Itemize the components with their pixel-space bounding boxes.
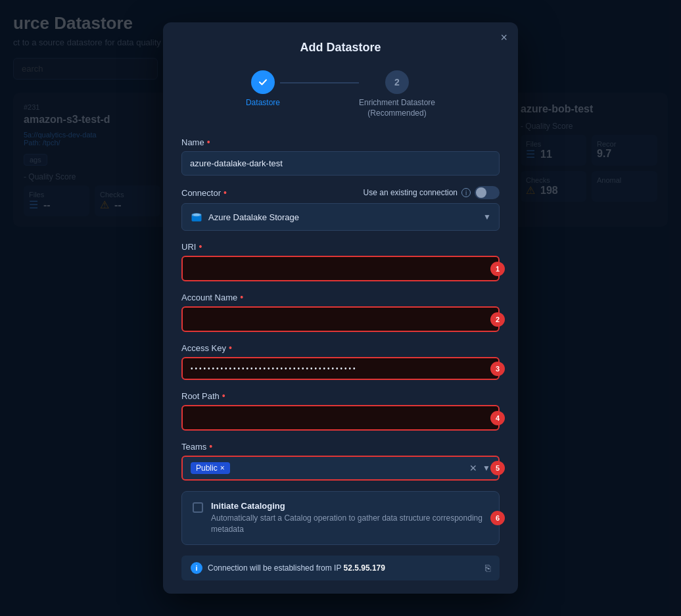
uri-badge: 1 (490, 262, 505, 276)
connector-value: Azure Datalake Storage (208, 212, 299, 222)
footer-text: Connection will be established from IP 5… (208, 563, 385, 573)
catalog-content: Initiate Cataloging Automatically start … (211, 501, 488, 535)
uri-input[interactable] (181, 256, 500, 281)
step-1: Datastore (246, 70, 280, 108)
catalog-wrapper: Initiate Cataloging Automatically start … (181, 491, 500, 545)
account-name-input[interactable] (181, 306, 500, 332)
account-name-label: Account Name • (181, 292, 500, 302)
catalog-box: Initiate Cataloging Automatically start … (181, 491, 500, 545)
uri-label: URI • (181, 241, 500, 252)
azure-datalake-icon (190, 210, 203, 224)
chevron-down-icon: ▼ (483, 212, 491, 222)
account-name-required: • (240, 292, 243, 302)
root-path-input[interactable] (181, 405, 500, 431)
uri-group: URI • 1 (181, 241, 500, 281)
access-key-group: Access Key • 3 (181, 343, 500, 380)
step2-label: Enrichment Datastore (Recommended) (359, 98, 435, 118)
connector-label-row: Connector • (181, 187, 227, 198)
root-path-badge: 4 (490, 411, 505, 425)
svg-point-2 (193, 214, 200, 216)
catalog-badge: 6 (490, 511, 505, 525)
info-icon: i (461, 188, 471, 197)
teams-tag-remove[interactable]: × (220, 463, 225, 473)
teams-left: Public × (191, 462, 230, 474)
name-required: • (207, 137, 210, 147)
connector-row: Connector • Use an existing connection i (181, 186, 500, 199)
stepper: Datastore 2 Enrichment Datastore (Recomm… (181, 70, 500, 118)
existing-connection-label: Use an existing connection i (364, 186, 500, 199)
catalog-checkbox[interactable] (193, 502, 203, 513)
teams-required: • (209, 441, 212, 452)
step1-circle (251, 70, 275, 94)
account-name-wrapper: 2 (181, 306, 500, 332)
connector-label: Connector (181, 188, 221, 198)
uri-wrapper: 1 (181, 256, 500, 281)
root-path-group: Root Path • 4 (181, 391, 500, 431)
root-path-label: Root Path • (181, 391, 500, 401)
footer-info-left: i Connection will be established from IP… (191, 562, 385, 574)
toggle-thumb (476, 187, 486, 198)
step1-label: Datastore (246, 98, 280, 108)
footer-info-icon: i (191, 562, 202, 574)
existing-connection-toggle[interactable] (475, 186, 500, 199)
access-key-required: • (229, 343, 232, 353)
connector-group: Connector • Use an existing connection i (181, 186, 500, 231)
access-key-badge: 3 (490, 362, 505, 376)
teams-chevron-icon[interactable]: ▼ (482, 463, 490, 473)
name-group: Name • (181, 137, 500, 176)
root-path-wrapper: 4 (181, 405, 500, 431)
step-2: 2 Enrichment Datastore (Recommended) (359, 70, 435, 118)
footer-info: i Connection will be established from IP… (181, 556, 500, 580)
teams-badge: 5 (490, 461, 505, 475)
teams-public-tag: Public × (191, 462, 230, 474)
teams-field[interactable]: Public × ✕ ▼ (181, 456, 500, 481)
account-name-badge: 2 (490, 312, 505, 327)
root-path-required: • (222, 391, 225, 401)
connector-required: • (223, 187, 227, 198)
connector-select-left: Azure Datalake Storage (190, 210, 299, 224)
modal-overlay: × Add Datastore Datastore 2 Enrichment D… (0, 0, 681, 616)
teams-label: Teams • (181, 441, 500, 452)
add-datastore-modal: × Add Datastore Datastore 2 Enrichment D… (163, 22, 518, 594)
uri-required: • (199, 241, 202, 252)
teams-wrapper: Public × ✕ ▼ 5 (181, 456, 500, 481)
name-label: Name • (181, 137, 500, 147)
teams-right: ✕ ▼ (469, 463, 490, 473)
connector-select[interactable]: Azure Datalake Storage ▼ (181, 203, 500, 231)
footer-ip: 52.5.95.179 (344, 563, 385, 573)
access-key-label: Access Key • (181, 343, 500, 353)
catalog-title: Initiate Cataloging (211, 501, 488, 511)
teams-group: Teams • Public × ✕ ▼ 5 (181, 441, 500, 481)
teams-clear-icon[interactable]: ✕ (469, 463, 477, 473)
step2-circle: 2 (385, 70, 409, 94)
account-name-group: Account Name • 2 (181, 292, 500, 332)
access-key-wrapper: 3 (181, 357, 500, 380)
name-input[interactable] (181, 151, 500, 176)
step-line (280, 82, 359, 83)
copy-icon[interactable]: ⎘ (485, 563, 490, 573)
close-button[interactable]: × (500, 32, 507, 43)
catalog-desc: Automatically start a Catalog operation … (211, 513, 488, 535)
access-key-input[interactable] (181, 357, 500, 380)
modal-title: Add Datastore (181, 41, 500, 55)
